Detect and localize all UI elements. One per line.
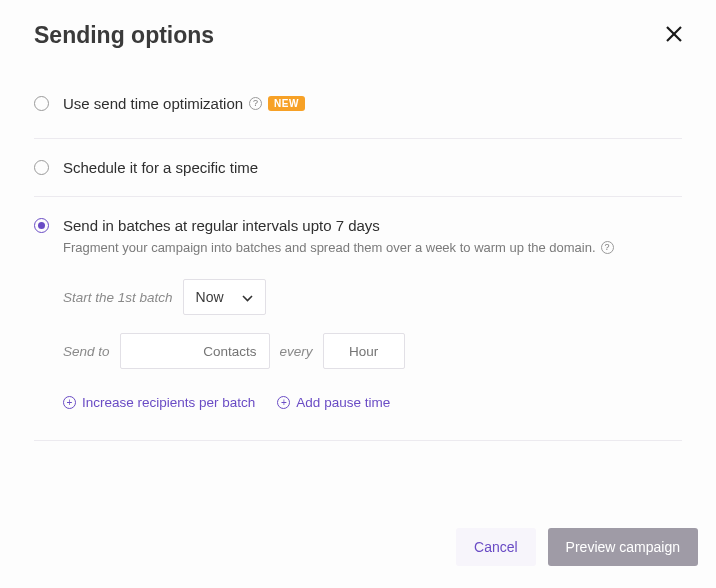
close-icon	[664, 24, 684, 44]
help-icon[interactable]: ?	[601, 241, 614, 254]
option-head: Use send time optimization ? NEW	[34, 95, 682, 112]
help-icon[interactable]: ?	[249, 97, 262, 110]
dialog-footer: Cancel Preview campaign	[456, 528, 698, 566]
sending-options-dialog: Sending options Use send time optimizati…	[0, 0, 716, 588]
every-label: every	[280, 344, 313, 359]
cancel-button[interactable]: Cancel	[456, 528, 536, 566]
contacts-input[interactable]	[120, 333, 270, 369]
start-batch-value: Now	[196, 289, 224, 305]
preview-campaign-button[interactable]: Preview campaign	[548, 528, 698, 566]
option-label-text: Schedule it for a specific time	[63, 159, 258, 176]
option-head: Schedule it for a specific time	[34, 159, 682, 176]
option-label-text: Send in batches at regular intervals upt…	[63, 217, 380, 234]
close-button[interactable]	[662, 22, 686, 49]
option-description-text: Fragment your campaign into batches and …	[63, 240, 596, 255]
plus-circle-icon: +	[63, 396, 76, 409]
start-batch-label: Start the 1st batch	[63, 290, 173, 305]
option-label[interactable]: Send in batches at regular intervals upt…	[63, 217, 380, 234]
increase-recipients-text: Increase recipients per batch	[82, 395, 255, 410]
option-head: Send in batches at regular intervals upt…	[34, 217, 682, 234]
radio-send-in-batches[interactable]	[34, 218, 49, 233]
plus-circle-icon: +	[277, 396, 290, 409]
chevron-down-icon	[242, 289, 253, 305]
option-description: Fragment your campaign into batches and …	[63, 240, 682, 255]
send-to-label: Send to	[63, 344, 110, 359]
add-pause-time-text: Add pause time	[296, 395, 390, 410]
option-send-in-batches: Send in batches at regular intervals upt…	[34, 197, 682, 441]
start-batch-select[interactable]: Now	[183, 279, 266, 315]
new-badge: NEW	[268, 96, 305, 111]
hour-input[interactable]	[323, 333, 405, 369]
send-to-row: Send to every	[63, 333, 682, 369]
option-label[interactable]: Use send time optimization ? NEW	[63, 95, 305, 112]
batch-links: + Increase recipients per batch + Add pa…	[63, 395, 682, 410]
radio-send-time-optimization[interactable]	[34, 96, 49, 111]
dialog-title: Sending options	[34, 22, 214, 49]
option-label-text: Use send time optimization	[63, 95, 243, 112]
increase-recipients-link[interactable]: + Increase recipients per batch	[63, 395, 255, 410]
options-list: Use send time optimization ? NEW Schedul…	[34, 95, 682, 441]
option-schedule-specific-time: Schedule it for a specific time	[34, 139, 682, 197]
start-batch-row: Start the 1st batch Now	[63, 279, 682, 315]
option-send-time-optimization: Use send time optimization ? NEW	[34, 95, 682, 139]
radio-schedule-specific-time[interactable]	[34, 160, 49, 175]
add-pause-time-link[interactable]: + Add pause time	[277, 395, 390, 410]
option-label[interactable]: Schedule it for a specific time	[63, 159, 258, 176]
dialog-header: Sending options	[34, 22, 682, 49]
batch-controls: Start the 1st batch Now Send to every	[63, 279, 682, 369]
